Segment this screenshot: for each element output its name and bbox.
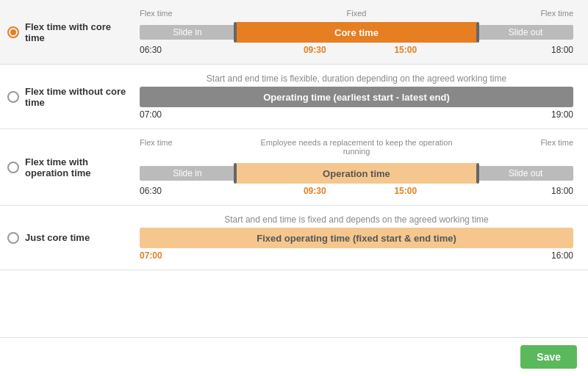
radio-flex-no-core[interactable] [7, 91, 19, 103]
time-1800-1: 18:00 [551, 45, 573, 55]
main-container: Flex time with core time Flex time Fixed… [0, 0, 588, 376]
just-core-time-labels: 07:00 16:00 [140, 250, 573, 261]
flex-no-core-time-labels: 07:00 19:00 [140, 109, 573, 120]
operating-time-segment: Operating time (earliest start - latest … [140, 87, 573, 107]
time-0700-2: 07:00 [140, 109, 162, 120]
just-core-timeline: Start and end time is fixed and depends … [132, 214, 581, 261]
slide-out-op-segment: Slide out [478, 166, 573, 181]
flex-no-core-desc: Start and end time is flexible, duration… [140, 73, 573, 84]
flex-no-core-timeline: Start and end time is flexible, duration… [132, 73, 581, 120]
time-1900-2: 19:00 [551, 109, 573, 120]
radio-just-core-label[interactable]: Just core time [7, 232, 132, 244]
label-fixed-1: Fixed [347, 9, 367, 18]
flex-core-time-labels: 06:30 09:30 15:00 18:00 [140, 45, 573, 55]
radio-flex-no-core-label[interactable]: Flex time without core time [7, 86, 132, 108]
slide-out-segment: Slide out [478, 25, 573, 40]
time-1800-3: 18:00 [551, 186, 573, 196]
option-flex-no-core[interactable]: Flex time without core time Start and en… [0, 65, 588, 129]
just-core-desc: Start and end time is fixed and depends … [140, 214, 573, 225]
slide-in-op-segment: Slide in [140, 166, 235, 181]
radio-flex-core[interactable] [7, 26, 19, 38]
time-0930-3: 09:30 [304, 186, 326, 196]
time-0630-1: 06:30 [140, 45, 162, 55]
flex-operation-time-labels: 06:30 09:30 15:00 18:00 [140, 186, 573, 196]
footer: Save [0, 337, 588, 376]
option-flex-operation[interactable]: Flex time with operation time Flex time … [0, 129, 588, 206]
flex-core-timeline: Flex time Fixed Flex time Slide in Core … [132, 9, 581, 55]
flex-no-core-text: Flex time without core time [25, 86, 132, 108]
just-core-text: Just core time [25, 232, 90, 243]
flex-core-text: Flex time with core time [25, 21, 132, 43]
radio-flex-operation[interactable] [7, 162, 19, 173]
label-flex-right-1: Flex time [540, 9, 573, 18]
time-0930-1: 09:30 [304, 45, 326, 55]
save-button[interactable]: Save [520, 345, 577, 369]
operation-desc: Employee needs a replacement to keep the… [260, 138, 452, 156]
radio-flex-core-label[interactable]: Flex time with core time [7, 21, 132, 43]
flex-core-bar: Slide in Core time Slide out [140, 22, 573, 43]
just-core-bar: Fixed operating time (fixed start & end … [140, 228, 573, 248]
fixed-operating-segment: Fixed operating time (fixed start & end … [140, 228, 573, 248]
core-time-segment: Core time [235, 22, 478, 43]
time-0700-4: 07:00 [140, 250, 162, 261]
option-just-core[interactable]: Just core time Start and end time is fix… [0, 206, 588, 270]
label-flex-left-1: Flex time [140, 9, 173, 18]
time-1600-4: 16:00 [551, 250, 573, 261]
time-1500-1: 15:00 [394, 45, 417, 55]
slide-in-segment: Slide in [140, 25, 235, 40]
time-0630-3: 06:30 [140, 186, 162, 196]
operating-time-bar: Operating time (earliest start - latest … [140, 87, 573, 107]
label-flex-right-3: Flex time [540, 138, 573, 147]
label-flex-left-3: Flex time [140, 138, 173, 147]
flex-operation-text: Flex time with operation time [25, 156, 132, 178]
option-flex-core[interactable]: Flex time with core time Flex time Fixed… [0, 0, 588, 65]
time-1500-3: 15:00 [394, 186, 417, 196]
radio-flex-operation-label[interactable]: Flex time with operation time [7, 156, 132, 178]
radio-just-core[interactable] [7, 232, 19, 244]
operation-time-segment: Operation time [235, 163, 478, 184]
flex-operation-timeline: Flex time Employee needs a replacement t… [132, 138, 581, 196]
flex-operation-bar: Slide in Operation time Slide out [140, 163, 573, 184]
